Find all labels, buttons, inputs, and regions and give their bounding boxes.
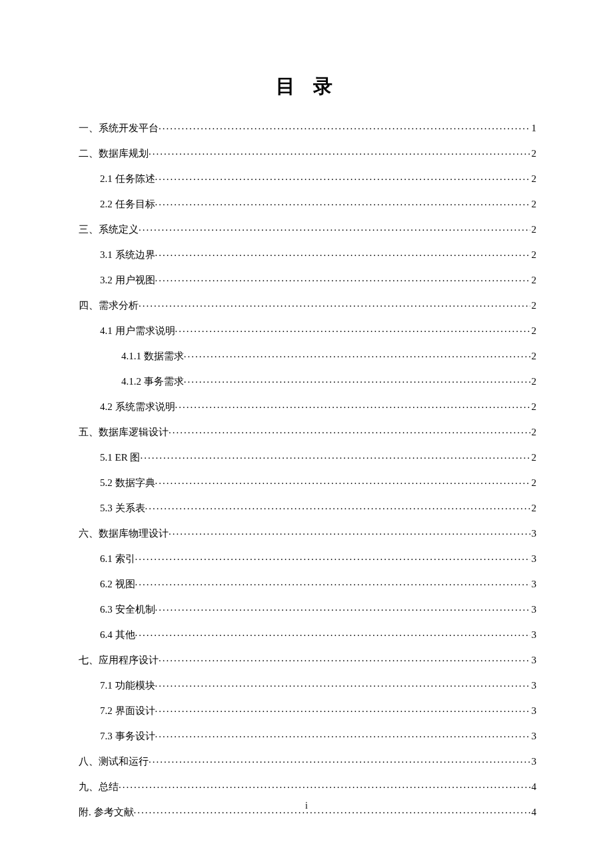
toc-entry: 4.1.1 数据需求2	[79, 349, 536, 361]
toc-entry-label: 3.1 系统边界	[100, 250, 155, 260]
toc-leader-dots	[155, 273, 530, 283]
toc-entry: 五、数据库逻辑设计2	[79, 425, 536, 437]
toc-title: 目 录	[79, 73, 536, 100]
toc-entry-page: 2	[530, 225, 537, 235]
toc-leader-dots	[169, 527, 530, 537]
toc-entry-label: 6.2 视图	[100, 579, 135, 589]
toc-entry-label: 三、系统定义	[79, 225, 139, 235]
toc-entry-label: 2.1 任务陈述	[100, 174, 155, 184]
toc-entry-label: 5.3 关系表	[100, 503, 145, 513]
toc-entry-label: 九、总结	[79, 782, 119, 792]
toc-entry-page: 2	[530, 351, 537, 361]
toc-entry: 一、系统开发平台1	[79, 121, 536, 133]
toc-entry-label: 4.1.2 事务需求	[121, 377, 184, 387]
toc-entry-page: 2	[530, 402, 537, 412]
toc-entry-page: 3	[530, 655, 537, 665]
toc-entry: 六、数据库物理设计3	[79, 527, 536, 539]
toc-leader-dots	[155, 679, 530, 689]
toc-entry-page: 2	[530, 326, 537, 336]
toc-entry: 4.1 用户需求说明2	[79, 324, 536, 336]
toc-entry-label: 7.2 界面设计	[100, 706, 155, 716]
toc-leader-dots	[155, 248, 530, 258]
toc-leader-dots	[184, 375, 530, 385]
toc-leader-dots	[145, 501, 530, 511]
toc-entry: 七、应用程序设计3	[79, 653, 536, 665]
toc-entry-page: 3	[530, 529, 537, 539]
toc-entry-page: 1	[530, 123, 537, 133]
toc-entry-page: 2	[530, 427, 537, 437]
toc-entry-label: 六、数据库物理设计	[79, 529, 169, 539]
toc-entry-label: 七、应用程序设计	[79, 655, 159, 665]
toc-entry: 5.2 数据字典2	[79, 476, 536, 488]
toc-entry-page: 2	[530, 275, 537, 285]
toc-entry-page: 2	[530, 199, 537, 209]
toc-entry-label: 4.1.1 数据需求	[121, 351, 184, 361]
toc-entry-label: 7.3 事务设计	[100, 731, 155, 741]
toc-entry-label: 八、测试和运行	[79, 757, 149, 767]
toc-leader-dots	[159, 121, 530, 131]
toc-entry: 6.3 安全机制3	[79, 603, 536, 615]
toc-leader-dots	[184, 349, 530, 359]
toc-entry: 5.1 ER 图2	[79, 451, 536, 463]
toc-entry-label: 五、数据库逻辑设计	[79, 427, 169, 437]
toc-entry: 3.2 用户视图2	[79, 273, 536, 285]
toc-leader-dots	[169, 425, 530, 435]
toc-entry: 4.1.2 事务需求2	[79, 375, 536, 387]
toc-entry: 7.1 功能模块3	[79, 679, 536, 691]
toc-entry-label: 四、需求分析	[79, 301, 139, 311]
toc-entry-page: 2	[530, 250, 537, 260]
toc-entry: 7.2 界面设计3	[79, 704, 536, 716]
toc-entry-label: 4.1 用户需求说明	[100, 326, 175, 336]
page-number: i	[0, 801, 613, 811]
toc-entry-label: 4.2 系统需求说明	[100, 402, 175, 412]
toc-entry: 2.2 任务目标2	[79, 197, 536, 209]
toc-entry-page: 3	[530, 706, 537, 716]
toc-entry: 7.3 事务设计3	[79, 729, 536, 741]
toc-entry-label: 3.2 用户视图	[100, 275, 155, 285]
toc-entry-page: 2	[530, 377, 537, 387]
toc-entry: 6.2 视图3	[79, 577, 536, 589]
toc-entry-label: 7.1 功能模块	[100, 681, 155, 691]
toc-leader-dots	[155, 603, 530, 613]
toc-entry: 4.2 系统需求说明2	[79, 400, 536, 412]
toc-entry-page: 4	[530, 782, 537, 792]
toc-leader-dots	[155, 476, 530, 486]
toc-entry-label: 5.2 数据字典	[100, 478, 155, 488]
toc-entry-page: 2	[530, 453, 537, 463]
toc-entry-page: 3	[530, 579, 537, 589]
toc-entry-page: 2	[530, 503, 537, 513]
toc-entry-page: 3	[530, 757, 537, 767]
toc-entry-label: 5.1 ER 图	[100, 453, 140, 463]
toc-leader-dots	[175, 324, 530, 334]
toc-entry-page: 3	[530, 605, 537, 615]
toc-entry: 3.1 系统边界2	[79, 248, 536, 260]
toc-entry-page: 3	[530, 554, 537, 564]
toc-entry: 九、总结4	[79, 780, 536, 792]
toc-entry: 二、数据库规划2	[79, 147, 536, 159]
toc-leader-dots	[140, 451, 530, 461]
toc-entry-page: 2	[530, 174, 537, 184]
toc-entry-page: 3	[530, 630, 537, 640]
toc-entry: 四、需求分析2	[79, 299, 536, 311]
toc-entry-label: 6.4 其他	[100, 630, 135, 640]
document-page: 目 录 一、系统开发平台1二、数据库规划22.1 任务陈述22.2 任务目标2三…	[0, 0, 613, 817]
toc-leader-dots	[149, 755, 530, 765]
toc-leader-dots	[135, 577, 530, 587]
toc-leader-dots	[149, 147, 530, 157]
toc-entry-label: 6.3 安全机制	[100, 605, 155, 615]
toc-entry: 6.1 索引3	[79, 552, 536, 564]
toc-leader-dots	[139, 223, 530, 233]
toc-entry: 5.3 关系表2	[79, 501, 536, 513]
toc-leader-dots	[135, 552, 530, 562]
toc-entry-label: 二、数据库规划	[79, 149, 149, 159]
toc-leader-dots	[159, 653, 530, 663]
toc-entry: 三、系统定义2	[79, 223, 536, 235]
toc-list: 一、系统开发平台1二、数据库规划22.1 任务陈述22.2 任务目标2三、系统定…	[79, 121, 536, 817]
toc-entry-page: 3	[530, 731, 537, 741]
toc-entry-page: 3	[530, 681, 537, 691]
toc-entry-page: 2	[530, 478, 537, 488]
toc-leader-dots	[155, 172, 530, 182]
toc-leader-dots	[155, 729, 530, 739]
toc-entry-page: 2	[530, 301, 537, 311]
toc-entry: 2.1 任务陈述2	[79, 172, 536, 184]
